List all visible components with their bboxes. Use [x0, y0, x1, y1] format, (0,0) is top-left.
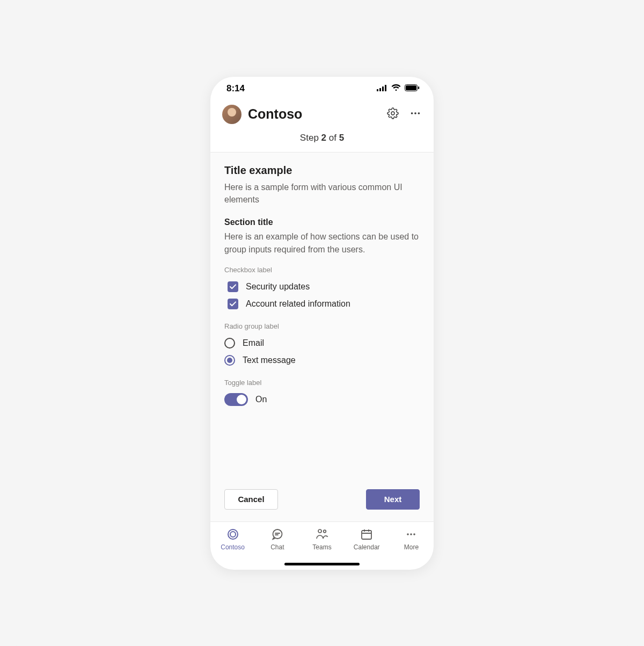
toggle-switch[interactable]: [224, 393, 248, 406]
status-right: [377, 84, 420, 93]
svg-point-8: [411, 112, 413, 114]
tab-label: Chat: [270, 543, 284, 551]
checkbox-checked-icon: [228, 281, 238, 292]
svg-rect-6: [418, 86, 419, 89]
svg-rect-0: [377, 89, 378, 91]
status-time: 8:14: [226, 83, 245, 94]
checkbox-account-info[interactable]: Account related information: [224, 295, 420, 313]
radio-email[interactable]: Email: [224, 335, 420, 352]
gear-icon: [387, 107, 399, 121]
svg-rect-2: [382, 86, 384, 91]
spacer: [224, 418, 420, 489]
svg-rect-3: [385, 85, 386, 91]
toggle-state-label: On: [255, 395, 267, 404]
tab-label: Contoso: [221, 543, 245, 551]
app-title: Contoso: [248, 106, 380, 122]
radio-group: Radio group label Email Text message: [224, 322, 420, 369]
teams-icon: [315, 527, 329, 541]
wifi-icon: [391, 84, 401, 93]
toggle-row: On: [224, 391, 420, 408]
checkbox-checked-icon: [228, 299, 238, 309]
svg-point-17: [407, 533, 409, 535]
status-bar: 8:14: [210, 77, 434, 100]
svg-point-10: [418, 112, 420, 114]
home-indicator[interactable]: [284, 563, 360, 565]
page-title: Title example: [224, 164, 420, 177]
svg-point-14: [318, 529, 321, 533]
more-horizontal-icon: [409, 107, 421, 121]
svg-point-7: [391, 112, 394, 115]
checkbox-group: Checkbox label Security updates Account …: [224, 266, 420, 313]
page-description: Here is a sample form with various commo…: [224, 181, 420, 206]
checkbox-label: Account related information: [246, 299, 350, 309]
svg-point-11: [228, 529, 238, 539]
more-button[interactable]: [409, 108, 422, 121]
chat-icon: [270, 527, 284, 541]
svg-rect-1: [379, 88, 381, 91]
tab-contoso[interactable]: Contoso: [210, 527, 255, 570]
svg-point-12: [230, 532, 236, 537]
tab-label: Calendar: [354, 543, 380, 551]
toggle-group-label: Toggle label: [224, 379, 420, 387]
checkbox-security-updates[interactable]: Security updates: [224, 278, 420, 295]
phone-frame: 8:14 Contoso: [210, 77, 434, 570]
tab-label: More: [404, 543, 419, 551]
svg-point-9: [414, 112, 416, 114]
radio-text-message[interactable]: Text message: [224, 352, 420, 369]
step-current: 2: [321, 133, 326, 143]
settings-button[interactable]: [386, 108, 399, 121]
next-button[interactable]: Next: [366, 489, 420, 510]
checkbox-group-label: Checkbox label: [224, 266, 420, 274]
checkbox-label: Security updates: [246, 282, 310, 292]
app-header: Contoso: [210, 100, 434, 132]
calendar-icon: [360, 527, 374, 541]
radio-unselected-icon: [224, 338, 235, 349]
svg-rect-5: [406, 85, 416, 90]
form-content: Title example Here is a sample form with…: [210, 153, 434, 521]
avatar[interactable]: [222, 105, 241, 124]
button-row: Cancel Next: [224, 489, 420, 521]
cancel-button[interactable]: Cancel: [224, 489, 278, 510]
header-actions: [386, 108, 422, 121]
backdrop: 8:14 Contoso: [0, 0, 644, 646]
step-prefix: Step: [300, 133, 321, 143]
cellular-icon: [377, 84, 387, 93]
svg-point-19: [414, 533, 416, 535]
radio-label: Email: [243, 338, 264, 348]
battery-icon: [405, 84, 420, 93]
radio-selected-icon: [224, 355, 235, 366]
svg-point-18: [411, 533, 413, 535]
tab-more[interactable]: More: [389, 527, 434, 570]
radio-group-label: Radio group label: [224, 322, 420, 330]
step-total: 5: [339, 133, 344, 143]
step-middle: of: [326, 133, 339, 143]
more-horizontal-icon: [404, 527, 418, 541]
section-title: Section title: [224, 217, 420, 227]
svg-rect-16: [362, 531, 371, 539]
radio-label: Text message: [243, 355, 296, 365]
svg-point-13: [273, 529, 282, 539]
svg-point-15: [324, 530, 326, 533]
section-description: Here is an example of how sections can b…: [224, 230, 420, 256]
contoso-icon: [226, 527, 240, 541]
toggle-group: Toggle label On: [224, 379, 420, 408]
step-indicator: Step 2 of 5: [210, 132, 434, 153]
tab-label: Teams: [312, 543, 331, 551]
